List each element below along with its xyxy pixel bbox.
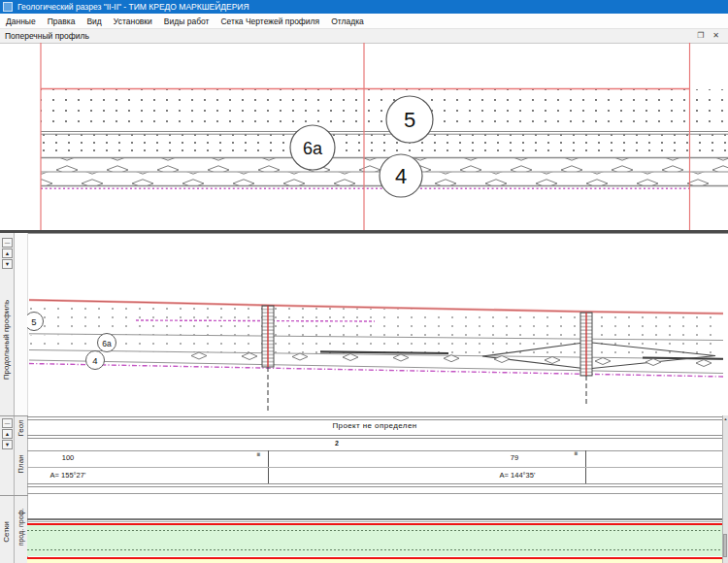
scroll-up-button-2[interactable]: ▲ bbox=[2, 429, 13, 439]
menu-item-view[interactable]: Вид bbox=[86, 17, 101, 26]
collapse-button-2[interactable]: — bbox=[2, 418, 13, 428]
plan-row-number[interactable]: 2 bbox=[335, 440, 339, 447]
station-marker-icon: ≣ bbox=[574, 451, 578, 456]
profile-callout-6a-label: 6а bbox=[102, 339, 112, 348]
distance-value-1[interactable]: 100 bbox=[62, 453, 75, 462]
window-title: Геологический разрез "II-II" - ТИМ КРЕДО… bbox=[17, 2, 249, 12]
borehole-column-1[interactable] bbox=[262, 306, 274, 412]
app-icon bbox=[3, 2, 13, 12]
profile-soil-patterns bbox=[29, 302, 723, 358]
section-divider bbox=[0, 495, 28, 496]
sidebar-label-grids: Сетки bbox=[2, 517, 12, 546]
scroll-up-icon[interactable]: ▲ bbox=[723, 416, 728, 421]
scroll-up-button[interactable]: ▲ bbox=[2, 248, 13, 258]
table-border-line bbox=[27, 435, 723, 436]
profile-callout-5-label: 5 bbox=[31, 316, 36, 327]
table-border-line bbox=[27, 493, 723, 495]
grid-yellow-strip bbox=[27, 559, 723, 563]
azimuth-value-1[interactable]: А= 155°27' bbox=[50, 471, 86, 480]
left-control-strip bbox=[0, 233, 15, 563]
scrollbar-thumb[interactable] bbox=[723, 534, 727, 557]
table-border-line bbox=[27, 467, 723, 468]
cross-section-canvas[interactable]: 5 6а 4 bbox=[0, 43, 728, 230]
table-border-line bbox=[27, 483, 723, 484]
table-border-line bbox=[27, 450, 723, 452]
sidebar-label-long-profile-grid: прод. проф. bbox=[17, 503, 26, 551]
scroll-down-button-2[interactable]: ▼ bbox=[2, 440, 13, 449]
sidebar-label-longitudinal-profile: Продольный профиль bbox=[2, 296, 12, 383]
table-border-line bbox=[27, 438, 723, 439]
project-status-text[interactable]: Проект не определен bbox=[332, 421, 416, 430]
table-border-line bbox=[27, 419, 723, 420]
table-border-line bbox=[27, 486, 723, 487]
app-window: Геологический разрез "II-II" - ТИМ КРЕДО… bbox=[0, 0, 728, 563]
profile-left-gutter bbox=[15, 233, 28, 415]
grids-section-border bbox=[27, 521, 723, 522]
station-marker-icon: ≣ bbox=[256, 452, 260, 457]
grids-section-border bbox=[27, 518, 723, 520]
cross-section-panel-header: Поперечный профиль ❐ ✕ bbox=[0, 29, 728, 44]
profile-callout-5[interactable]: 5 bbox=[27, 313, 44, 331]
menu-item-profile-sheets-grid[interactable]: Сетка Чертежей профиля bbox=[220, 17, 319, 26]
collapse-button[interactable]: — bbox=[2, 238, 13, 248]
menu-bar: Данные Правка Вид Установки Виды работ С… bbox=[0, 14, 728, 29]
profile-callout-6a[interactable]: 6а bbox=[98, 334, 116, 352]
layer-callout-6a-label: 6а bbox=[303, 139, 323, 158]
menu-item-settings[interactable]: Установки bbox=[114, 17, 152, 26]
layer-callout-6a[interactable]: 6а bbox=[290, 125, 335, 170]
layer-callout-4[interactable]: 4 bbox=[380, 154, 422, 197]
azimuth-value-2[interactable]: А= 144°35' bbox=[500, 471, 536, 480]
sidebar-label-geology: Геол bbox=[17, 416, 26, 440]
panel-title: Поперечный профиль bbox=[5, 31, 697, 41]
profile-callout-4[interactable]: 4 bbox=[86, 351, 105, 370]
layer-callout-5-label: 5 bbox=[404, 108, 415, 132]
menu-item-edit[interactable]: Правка bbox=[48, 17, 76, 26]
table-border-line bbox=[27, 416, 723, 417]
layer-callout-5[interactable]: 5 bbox=[386, 96, 433, 143]
grid-dashed-line bbox=[27, 549, 723, 550]
longitudinal-profile-canvas[interactable]: 5 6а 4 bbox=[27, 233, 728, 415]
sidebar-label-plan: План bbox=[17, 451, 26, 477]
distance-value-2[interactable]: 79 bbox=[511, 453, 518, 462]
float-window-icon[interactable]: ❐ bbox=[697, 30, 704, 42]
grid-dashed-line bbox=[27, 530, 723, 531]
scroll-down-button[interactable]: ▼ bbox=[2, 259, 13, 269]
profile-callout-4-label: 4 bbox=[92, 355, 97, 366]
menu-item-debug[interactable]: Отладка bbox=[331, 17, 364, 26]
menu-item-data[interactable]: Данные bbox=[6, 17, 36, 26]
menu-item-work-types[interactable]: Виды работ bbox=[164, 17, 210, 26]
borehole-column-2[interactable] bbox=[580, 313, 592, 404]
layer-callout-4-label: 4 bbox=[395, 164, 407, 188]
close-icon[interactable]: ✕ bbox=[712, 30, 719, 42]
title-bar: Геологический разрез "II-II" - ТИМ КРЕДО… bbox=[0, 0, 728, 14]
